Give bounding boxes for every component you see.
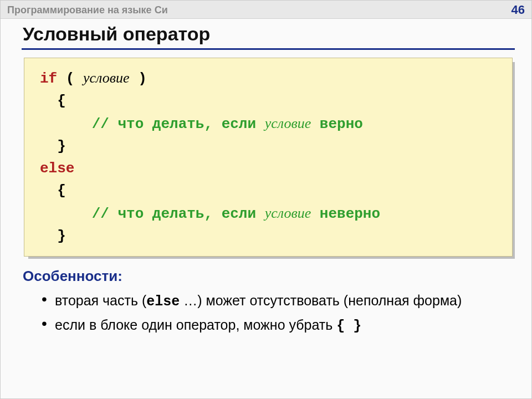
code-line-comment-true: // что делать, если условие верно [40, 112, 499, 135]
else-literal: else [146, 294, 180, 310]
code-line-brace-open: { [40, 90, 499, 112]
braces-literal: { } [336, 318, 361, 334]
condition-placeholder: условие [83, 70, 130, 86]
bullet-2: если в блоке один оператор, можно убрать… [42, 316, 515, 336]
keyword-else: else [40, 160, 74, 177]
code-line-else: else [40, 157, 499, 180]
code-line-if: if ( условие ) [40, 67, 499, 90]
code-line-brace-open-2: { [40, 180, 499, 202]
slide-title: Условный оператор [22, 19, 515, 48]
course-title: Программирование на языке Си [7, 4, 168, 16]
slide-content: Условный оператор if ( условие ) { // чт… [1, 19, 531, 351]
title-underline [22, 48, 515, 50]
bullet-1: вторая часть (else …) может отсутствоват… [42, 291, 515, 311]
page-number: 46 [511, 3, 525, 17]
code-line-comment-false: // что делать, если условие неверно [40, 202, 499, 225]
features-heading: Особенности: [23, 268, 515, 285]
code-line-brace-close: } [40, 135, 499, 157]
code-example: if ( условие ) { // что делать, если усл… [24, 58, 513, 257]
slide-header: Программирование на языке Си 46 [1, 1, 531, 19]
code-line-brace-close-2: } [40, 225, 499, 247]
features-list: вторая часть (else …) может отсутствоват… [22, 291, 515, 336]
keyword-if: if [40, 70, 57, 87]
code-box: if ( условие ) { // что делать, если усл… [24, 58, 513, 257]
